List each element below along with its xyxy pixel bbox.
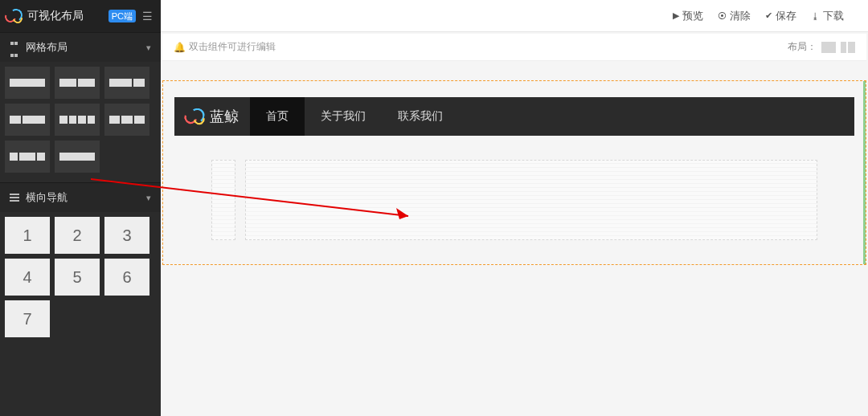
grid-preset-2-1[interactable] [104,67,149,99]
hint-bar: 🔔 双击组件可进行编辑 布局： [162,34,866,61]
lines-icon [10,194,21,202]
section-header-nav[interactable]: 横向导航 ▾ [0,183,161,212]
layout-label: 布局： [788,40,817,54]
save-button[interactable]: ✔保存 [765,9,796,23]
download-button[interactable]: ⭳下载 [811,9,844,23]
preview-button[interactable]: ▶预览 [673,9,703,23]
brand-text: 蓝鲸 [210,107,239,126]
grid-presets [0,62,161,182]
grid-preset-3col[interactable] [104,104,149,136]
inner-col-main[interactable] [245,160,817,240]
nav-number-presets: 1 2 3 4 5 6 7 [0,212,161,347]
grid-icon [10,35,21,59]
nav-item-contact[interactable]: 联系我们 [382,97,459,136]
drop-zone[interactable]: 蓝鲸 首页 关于我们 联系我们 [162,80,866,265]
nav-preset-5[interactable]: 5 [55,259,100,296]
grid-preset-1-2-1[interactable] [5,141,50,173]
main-area: ▶预览 ⦿清除 ✔保存 ⭳下载 🔔 双击组件可进行编辑 布局： 蓝鲸 [161,0,868,416]
nav-item-home[interactable]: 首页 [250,97,305,136]
nav-item-about[interactable]: 关于我们 [305,97,382,136]
check-icon: ✔ [765,10,772,21]
bell-icon: 🔔 [174,42,186,53]
layout-mode-full[interactable] [821,42,836,53]
sidebar: 可视化布局 PC端 ☰ 网格布局 ▾ [0,0,161,416]
nav-preset-3[interactable]: 3 [104,217,149,254]
section-horizontal-nav: 横向导航 ▾ 1 2 3 4 5 6 7 [0,182,161,347]
sidebar-collapse-icon[interactable]: ☰ [142,10,153,22]
layout-mode-split[interactable] [841,42,855,53]
nav-preset-1[interactable]: 1 [5,217,50,254]
sidebar-header: 可视化布局 PC端 ☰ [0,0,161,32]
grid-preset-full[interactable] [55,141,100,173]
canvas-navbar[interactable]: 蓝鲸 首页 关于我们 联系我们 [174,97,854,136]
canvas-wrapper: 蓝鲸 首页 关于我们 联系我们 [161,61,868,416]
section-title: 横向导航 [26,190,68,205]
nav-preset-7[interactable]: 7 [5,300,50,337]
nav-preset-4[interactable]: 4 [5,259,50,296]
nav-preset-2[interactable]: 2 [55,217,100,254]
app-title: 可视化布局 [27,9,105,23]
section-title: 网格布局 [26,40,68,55]
navbar-brand[interactable]: 蓝鲸 [174,107,250,126]
brand-logo-icon [184,108,204,125]
section-header-grid[interactable]: 网格布局 ▾ [0,33,161,62]
mode-badge[interactable]: PC端 [108,10,136,22]
chevron-down-icon: ▾ [146,193,151,203]
download-icon: ⭳ [811,11,820,21]
app-root: 可视化布局 PC端 ☰ 网格布局 ▾ [0,0,868,416]
grid-preset-1col[interactable] [5,67,50,99]
hint-text: 双击组件可进行编辑 [189,40,276,54]
canvas-inner-row[interactable] [211,160,817,240]
grid-preset-1-2[interactable] [5,104,50,136]
chevron-down-icon: ▾ [146,43,151,53]
top-toolbar: ▶预览 ⦿清除 ✔保存 ⭳下载 [161,0,868,32]
clear-icon: ⦿ [718,11,727,21]
play-icon: ▶ [673,10,679,21]
layout-switch-group: 布局： [788,40,855,54]
app-logo-icon [5,9,23,23]
inner-col-left[interactable] [211,160,235,240]
clear-button[interactable]: ⦿清除 [718,9,751,23]
grid-preset-2col[interactable] [55,67,100,99]
section-grid-layout: 网格布局 ▾ [0,32,161,182]
grid-preset-4col[interactable] [55,104,100,136]
nav-preset-6[interactable]: 6 [104,259,149,296]
